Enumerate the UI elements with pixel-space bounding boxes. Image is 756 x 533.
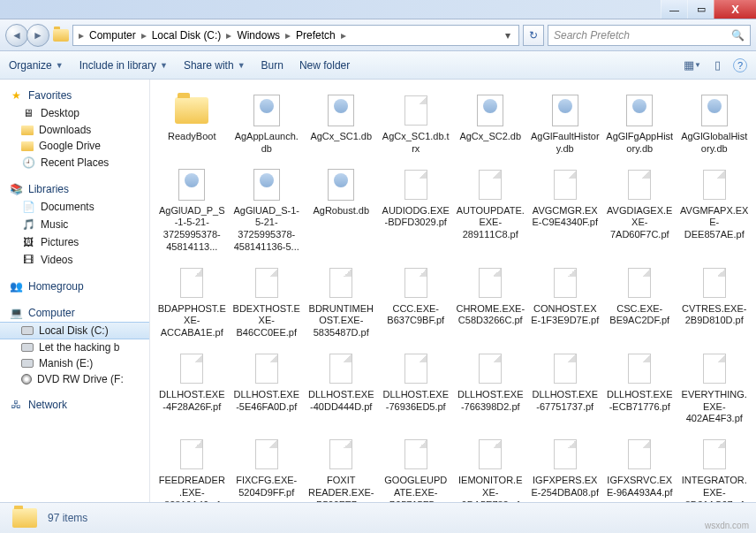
file-item[interactable]: BDAPPHOST.EXE-ACCABA1E.pf xyxy=(155,263,229,341)
chevron-right-icon[interactable]: ▸ xyxy=(77,29,86,42)
close-button[interactable]: X xyxy=(714,0,756,19)
file-item[interactable]: DLLHOST.EXE-766398D2.pf xyxy=(454,348,527,427)
address-bar[interactable]: ▸ Computer ▸ Local Disk (C:) ▸ Windows ▸… xyxy=(72,25,519,46)
file-item[interactable]: IGFXPERS.EXE-254DBA08.pf xyxy=(529,434,602,502)
file-item[interactable]: AgGlUAD_P_S-1-5-21-3725995378-45814113..… xyxy=(155,164,229,255)
maximize-button[interactable]: ▭ xyxy=(687,0,714,19)
file-item[interactable]: INTEGRATOR.EXE-8D31AC67.pf xyxy=(678,434,752,502)
breadcrumb[interactable]: Windows xyxy=(233,29,284,42)
file-item[interactable]: CVTRES.EXE-2B9D810D.pf xyxy=(678,263,752,341)
burn-button[interactable]: Burn xyxy=(261,59,284,72)
file-name: BDRUNTIMEHOST.EXE-5835487D.pf xyxy=(306,303,375,339)
file-item[interactable]: FEEDREADER.EXE-82816A46.pf xyxy=(155,434,229,502)
sidebar-item-drive[interactable]: Let the hacking b xyxy=(0,339,149,355)
file-item[interactable]: AUTOUPDATE.EXE-289111C8.pf xyxy=(454,164,527,255)
file-item[interactable]: AVGMFAPX.EXE-DEE857AE.pf xyxy=(678,164,752,255)
file-item[interactable]: IGFXSRVC.EXE-96A493A4.pf xyxy=(603,434,677,502)
chevron-right-icon[interactable]: ▸ xyxy=(140,29,148,42)
file-item[interactable]: AgGlGlobalHistory.db xyxy=(678,90,752,157)
file-list[interactable]: ReadyBootAgAppLaunch.dbAgCx_SC1.dbAgCx_S… xyxy=(150,80,756,502)
music-icon: 🎵 xyxy=(21,217,35,232)
forward-button[interactable]: ► xyxy=(26,24,49,47)
sidebar-item-documents[interactable]: 📄Documents xyxy=(0,198,149,216)
db-icon xyxy=(322,166,359,203)
chevron-right-icon[interactable]: ▸ xyxy=(339,29,348,42)
file-item[interactable]: CHROME.EXE-C58D3266C.pf xyxy=(454,263,527,341)
sidebar-item-videos[interactable]: 🎞Videos xyxy=(0,251,149,269)
file-name: AgAppLaunch.db xyxy=(232,131,301,156)
sidebar-item-desktop[interactable]: 🖥Desktop xyxy=(0,104,149,122)
address-dropdown-icon[interactable]: ▾ xyxy=(501,29,515,42)
file-item[interactable]: AgCx_SC1.db.trx xyxy=(380,90,453,157)
share-with-menu[interactable]: Share with▼ xyxy=(184,59,246,72)
breadcrumb[interactable]: Local Disk (C:) xyxy=(148,29,225,42)
new-folder-button[interactable]: New folder xyxy=(299,59,350,72)
file-item[interactable]: DLLHOST.EXE-40DD444D.pf xyxy=(305,348,378,427)
drive-icon xyxy=(21,326,34,335)
organize-menu[interactable]: Organize▼ xyxy=(9,59,64,72)
file-item[interactable]: AVGDIAGEX.EXE-7AD60F7C.pf xyxy=(603,164,677,255)
file-name: AgCx_SC1.db xyxy=(310,131,372,143)
file-item[interactable]: AVGCMGR.EXE-C9E4340F.pf xyxy=(529,164,602,255)
file-name: AgGlUAD_P_S-1-5-21-3725995378-45814113..… xyxy=(157,205,226,254)
chevron-down-icon: ▼ xyxy=(160,61,168,70)
file-item[interactable]: DLLHOST.EXE-ECB71776.pf xyxy=(603,348,677,427)
breadcrumb[interactable]: Prefetch xyxy=(292,29,339,42)
file-item[interactable]: DLLHOST.EXE-5E46FA0D.pf xyxy=(231,348,304,427)
view-options-button[interactable]: ▦▼ xyxy=(684,57,701,74)
file-item[interactable]: DLLHOST.EXE-76936ED5.pf xyxy=(380,348,453,427)
sidebar-item-local-disk-c[interactable]: Local Disk (C:) xyxy=(0,322,149,339)
file-item[interactable]: CSC.EXE-BE9AC2DF.pf xyxy=(603,263,677,341)
sidebar-item-recent-places[interactable]: 🕘Recent Places xyxy=(0,154,149,171)
file-item[interactable]: ReadyBoot xyxy=(155,90,229,157)
sidebar-item-google-drive[interactable]: Google Drive xyxy=(0,138,149,154)
file-name: IGFXPERS.EXE-254DBA08.pf xyxy=(531,475,600,499)
file-item[interactable]: BDEXTHOST.EXE-B46CC0EE.pf xyxy=(231,263,304,341)
file-item[interactable]: IEMONITOR.EXE-9DA5E783.pf xyxy=(454,434,527,502)
include-in-library-menu[interactable]: Include in library▼ xyxy=(79,59,168,72)
search-input[interactable]: Search Prefetch 🔍 xyxy=(548,25,751,46)
chevron-right-icon[interactable]: ▸ xyxy=(284,29,292,42)
libraries-header[interactable]: 📚Libraries xyxy=(0,180,149,198)
file-item[interactable]: AgGlUAD_S-1-5-21-3725995378-458141136-5.… xyxy=(231,164,304,255)
sidebar-item-pictures[interactable]: 🖼Pictures xyxy=(0,233,149,251)
file-item[interactable]: FIXCFG.EXE-5204D9FF.pf xyxy=(231,434,304,502)
file-item[interactable]: GOOGLEUPDATE.EXE-B95715F5.p xyxy=(380,434,453,502)
back-button[interactable]: ◄ xyxy=(5,24,28,47)
file-name: AUTOUPDATE.EXE-289111C8.pf xyxy=(456,205,525,241)
file-item[interactable]: DLLHOST.EXE-67751737.pf xyxy=(529,348,602,427)
file-item[interactable]: AgAppLaunch.db xyxy=(231,90,304,157)
minimize-button[interactable]: — xyxy=(661,0,687,19)
file-item[interactable]: CONHOST.EXE-1F3E9D7E.pf xyxy=(529,263,602,341)
file-item[interactable]: AgGlFgAppHistory.db xyxy=(603,90,677,157)
favorites-header[interactable]: ★Favorites xyxy=(0,87,149,104)
preview-pane-button[interactable]: ▯ xyxy=(708,57,726,74)
libraries-icon: 📚 xyxy=(9,182,23,196)
navigation-pane: ★Favorites 🖥Desktop Downloads Google Dri… xyxy=(0,80,150,502)
sidebar-item-dvd-drive[interactable]: DVD RW Drive (F: xyxy=(0,371,149,387)
breadcrumb[interactable]: Computer xyxy=(86,29,140,42)
network-header[interactable]: 🖧Network xyxy=(0,396,149,414)
file-item[interactable]: AgCx_SC2.db xyxy=(454,90,527,157)
sidebar-item-music[interactable]: 🎵Music xyxy=(0,216,149,233)
file-item[interactable]: EVERYTHING.EXE-402AE4F3.pf xyxy=(678,348,752,427)
homegroup-header[interactable]: 👥Homegroup xyxy=(0,278,149,295)
sidebar-item-downloads[interactable]: Downloads xyxy=(0,122,149,138)
file-item[interactable]: AgRobust.db xyxy=(305,164,378,255)
file-item[interactable]: BDRUNTIMEHOST.EXE-5835487D.pf xyxy=(305,263,378,341)
chevron-right-icon[interactable]: ▸ xyxy=(224,29,233,42)
file-item[interactable]: DLLHOST.EXE-4F28A26F.pf xyxy=(155,348,229,427)
sidebar-item-drive[interactable]: Manish (E:) xyxy=(0,355,149,371)
file-item[interactable]: CCC.EXE-B637C9BF.pf xyxy=(380,263,453,341)
help-button[interactable]: ? xyxy=(733,58,747,72)
file-name: FIXCFG.EXE-5204D9FF.pf xyxy=(232,475,301,499)
pf-icon xyxy=(472,350,509,387)
videos-icon: 🎞 xyxy=(21,253,35,267)
file-item[interactable]: AgGlFaultHistory.db xyxy=(529,90,602,157)
file-item[interactable]: AgCx_SC1.db xyxy=(305,90,378,157)
computer-header[interactable]: 💻Computer xyxy=(0,304,149,322)
refresh-button[interactable]: ↻ xyxy=(523,25,544,46)
file-item[interactable]: AUDIODG.EXE-BDFD3029.pf xyxy=(380,164,453,255)
file-item[interactable]: FOXIT READER.EXE-B500FEB... xyxy=(305,434,378,502)
chevron-down-icon: ▼ xyxy=(238,61,246,70)
